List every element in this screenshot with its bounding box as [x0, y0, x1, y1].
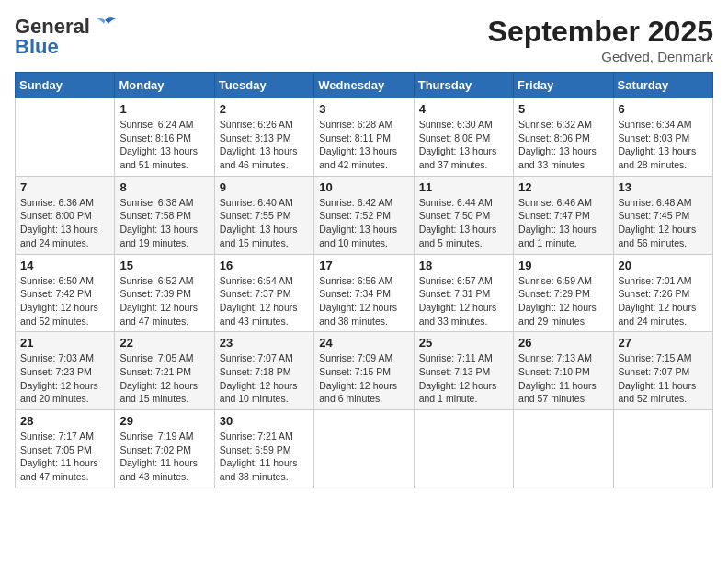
cell-content: Sunrise: 6:28 AMSunset: 8:11 PMDaylight:… — [319, 118, 408, 172]
sunset-text: Sunset: 8:11 PM — [319, 132, 408, 145]
sunrise-text: Sunrise: 6:42 AM — [319, 196, 408, 210]
day-number: 19 — [518, 259, 608, 272]
calendar-header-row: SundayMondayTuesdayWednesdayThursdayFrid… — [16, 73, 713, 98]
daylight-text: Daylight: 12 hours and 43 minutes. — [220, 301, 309, 327]
sunset-text: Sunset: 6:59 PM — [220, 443, 309, 457]
sunrise-text: Sunrise: 7:19 AM — [119, 430, 209, 443]
sunrise-text: Sunrise: 6:36 AM — [20, 196, 109, 210]
sunrise-text: Sunrise: 7:05 AM — [119, 351, 209, 365]
sunset-text: Sunset: 7:15 PM — [319, 365, 408, 379]
sunrise-text: Sunrise: 7:15 AM — [619, 351, 708, 365]
calendar-cell — [613, 410, 712, 488]
calendar-cell: 7Sunrise: 6:36 AMSunset: 8:00 PMDaylight… — [16, 176, 115, 254]
day-number: 9 — [220, 180, 309, 194]
sunset-text: Sunset: 7:10 PM — [518, 365, 608, 379]
cell-content: Sunrise: 7:07 AMSunset: 7:18 PMDaylight:… — [220, 351, 309, 406]
cell-content: Sunrise: 7:17 AMSunset: 7:05 PMDaylight:… — [20, 430, 109, 484]
sunrise-text: Sunrise: 6:24 AM — [119, 118, 209, 132]
day-number: 24 — [319, 336, 408, 350]
daylight-text: Daylight: 13 hours and 42 minutes. — [319, 144, 408, 171]
daylight-text: Daylight: 12 hours and 33 minutes. — [419, 301, 508, 327]
sunrise-text: Sunrise: 6:32 AM — [518, 118, 608, 132]
calendar-cell: 8Sunrise: 6:38 AMSunset: 7:58 PMDaylight… — [115, 176, 214, 254]
daylight-text: Daylight: 12 hours and 47 minutes. — [119, 301, 209, 327]
sunset-text: Sunset: 8:13 PM — [220, 132, 309, 145]
calendar-cell: 6Sunrise: 6:34 AMSunset: 8:03 PMDaylight… — [613, 98, 712, 177]
calendar-cell: 3Sunrise: 6:28 AMSunset: 8:11 PMDaylight… — [314, 98, 414, 177]
cell-content: Sunrise: 6:52 AMSunset: 7:39 PMDaylight:… — [119, 274, 209, 328]
daylight-text: Daylight: 11 hours and 43 minutes. — [119, 456, 209, 483]
calendar-cell: 10Sunrise: 6:42 AMSunset: 7:52 PMDayligh… — [314, 176, 414, 254]
daylight-text: Daylight: 13 hours and 15 minutes. — [220, 223, 309, 249]
day-number: 18 — [419, 259, 508, 272]
sunset-text: Sunset: 8:06 PM — [518, 132, 608, 145]
sunset-text: Sunset: 7:50 PM — [419, 209, 508, 223]
daylight-text: Daylight: 12 hours and 20 minutes. — [20, 379, 109, 406]
sunset-text: Sunset: 7:26 PM — [619, 287, 708, 301]
sunset-text: Sunset: 8:00 PM — [20, 209, 109, 223]
logo-blue: Blue — [15, 35, 59, 59]
calendar-cell: 26Sunrise: 7:13 AMSunset: 7:10 PMDayligh… — [514, 332, 613, 410]
calendar-cell: 11Sunrise: 6:44 AMSunset: 7:50 PMDayligh… — [414, 176, 513, 254]
logo: General Blue — [15, 15, 118, 59]
calendar-cell: 22Sunrise: 7:05 AMSunset: 7:21 PMDayligh… — [115, 332, 214, 410]
calendar-cell: 24Sunrise: 7:09 AMSunset: 7:15 PMDayligh… — [314, 332, 414, 410]
cell-content: Sunrise: 6:24 AMSunset: 8:16 PMDaylight:… — [119, 118, 209, 172]
day-number: 15 — [119, 259, 209, 272]
calendar-day-header: Tuesday — [214, 73, 313, 98]
calendar-cell: 28Sunrise: 7:17 AMSunset: 7:05 PMDayligh… — [16, 410, 115, 488]
day-number: 10 — [319, 180, 408, 194]
daylight-text: Daylight: 12 hours and 52 minutes. — [20, 301, 109, 327]
sunset-text: Sunset: 7:21 PM — [119, 365, 209, 379]
cell-content: Sunrise: 6:54 AMSunset: 7:37 PMDaylight:… — [220, 274, 309, 328]
calendar-day-header: Thursday — [414, 73, 513, 98]
calendar-week-row: 7Sunrise: 6:36 AMSunset: 8:00 PMDaylight… — [16, 176, 713, 254]
calendar-cell: 9Sunrise: 6:40 AMSunset: 7:55 PMDaylight… — [214, 176, 313, 254]
sunset-text: Sunset: 8:08 PM — [419, 132, 508, 145]
daylight-text: Daylight: 12 hours and 10 minutes. — [220, 379, 309, 406]
calendar-cell: 15Sunrise: 6:52 AMSunset: 7:39 PMDayligh… — [115, 254, 214, 332]
sunset-text: Sunset: 7:55 PM — [220, 209, 309, 223]
calendar-cell — [314, 410, 414, 488]
calendar-week-row: 21Sunrise: 7:03 AMSunset: 7:23 PMDayligh… — [16, 332, 713, 410]
sunrise-text: Sunrise: 6:56 AM — [319, 274, 408, 288]
calendar-cell: 2Sunrise: 6:26 AMSunset: 8:13 PMDaylight… — [214, 98, 313, 177]
day-number: 4 — [419, 102, 508, 116]
day-number: 7 — [20, 180, 109, 194]
day-number: 28 — [20, 414, 109, 428]
location: Gedved, Denmark — [488, 49, 713, 64]
day-number: 11 — [419, 180, 508, 194]
cell-content: Sunrise: 6:48 AMSunset: 7:45 PMDaylight:… — [619, 196, 708, 250]
sunrise-text: Sunrise: 6:28 AM — [319, 118, 408, 132]
calendar-cell: 13Sunrise: 6:48 AMSunset: 7:45 PMDayligh… — [613, 176, 712, 254]
calendar-cell: 27Sunrise: 7:15 AMSunset: 7:07 PMDayligh… — [613, 332, 712, 410]
cell-content: Sunrise: 7:03 AMSunset: 7:23 PMDaylight:… — [20, 351, 109, 406]
sunset-text: Sunset: 7:39 PM — [119, 287, 209, 301]
day-number: 6 — [619, 102, 708, 116]
calendar-cell: 20Sunrise: 7:01 AMSunset: 7:26 PMDayligh… — [613, 254, 712, 332]
cell-content: Sunrise: 6:56 AMSunset: 7:34 PMDaylight:… — [319, 274, 408, 328]
daylight-text: Daylight: 13 hours and 24 minutes. — [20, 223, 109, 249]
day-number: 13 — [619, 180, 708, 194]
cell-content: Sunrise: 7:19 AMSunset: 7:02 PMDaylight:… — [119, 430, 209, 484]
sunrise-text: Sunrise: 6:59 AM — [518, 274, 608, 288]
sunset-text: Sunset: 7:34 PM — [319, 287, 408, 301]
sunset-text: Sunset: 7:13 PM — [419, 365, 508, 379]
calendar-cell — [414, 410, 513, 488]
sunset-text: Sunset: 7:47 PM — [518, 209, 608, 223]
calendar-day-header: Wednesday — [314, 73, 414, 98]
calendar-cell: 18Sunrise: 6:57 AMSunset: 7:31 PMDayligh… — [414, 254, 513, 332]
cell-content: Sunrise: 7:11 AMSunset: 7:13 PMDaylight:… — [419, 351, 508, 406]
day-number: 8 — [119, 180, 209, 194]
day-number: 20 — [619, 259, 708, 272]
title-block: September 2025 Gedved, Denmark — [488, 15, 713, 64]
daylight-text: Daylight: 13 hours and 46 minutes. — [220, 144, 309, 171]
sunset-text: Sunset: 8:03 PM — [619, 132, 708, 145]
sunset-text: Sunset: 7:45 PM — [619, 209, 708, 223]
daylight-text: Daylight: 12 hours and 24 minutes. — [619, 301, 708, 327]
calendar-day-header: Saturday — [613, 73, 712, 98]
daylight-text: Daylight: 13 hours and 28 minutes. — [619, 144, 708, 171]
daylight-text: Daylight: 12 hours and 15 minutes. — [119, 379, 209, 406]
sunrise-text: Sunrise: 7:07 AM — [220, 351, 309, 365]
cell-content: Sunrise: 6:44 AMSunset: 7:50 PMDaylight:… — [419, 196, 508, 250]
